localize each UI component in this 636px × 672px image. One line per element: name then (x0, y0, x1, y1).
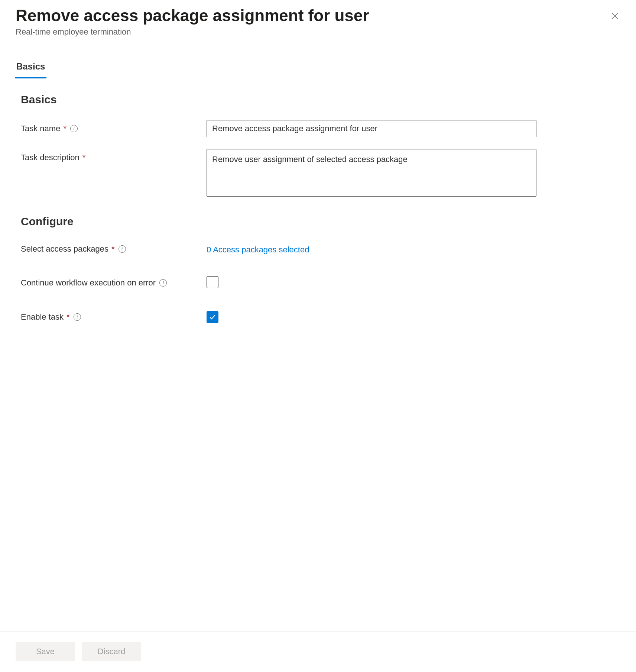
task-name-input[interactable] (207, 120, 536, 137)
footer: Save Discard (0, 631, 636, 672)
required-indicator: * (63, 124, 66, 133)
enable-task-label: Enable task (21, 312, 64, 322)
info-icon[interactable] (74, 313, 81, 321)
header: Remove access package assignment for use… (16, 6, 607, 37)
info-icon[interactable] (159, 279, 167, 287)
close-icon (611, 12, 619, 21)
discard-button[interactable]: Discard (82, 642, 141, 661)
task-description-input[interactable] (207, 149, 536, 197)
task-description-label-wrap: Task description * (21, 149, 207, 162)
required-indicator: * (82, 153, 86, 162)
continue-on-error-label-wrap: Continue workflow execution on error (21, 278, 207, 288)
task-name-label: Task name (21, 124, 60, 133)
page-title: Remove access package assignment for use… (16, 6, 607, 26)
section-heading-configure: Configure (21, 215, 620, 228)
select-packages-label: Select access packages (21, 244, 108, 254)
close-button[interactable] (607, 8, 623, 25)
select-packages-link[interactable]: 0 Access packages selected (207, 243, 309, 255)
required-indicator: * (66, 312, 70, 322)
task-description-label: Task description (21, 153, 80, 162)
info-icon[interactable] (119, 245, 126, 253)
enable-task-checkbox[interactable] (207, 311, 218, 323)
enable-task-label-wrap: Enable task * (21, 312, 207, 322)
tabs: Basics (15, 58, 620, 78)
continue-on-error-checkbox[interactable] (207, 276, 218, 288)
continue-on-error-label: Continue workflow execution on error (21, 278, 156, 288)
required-indicator: * (111, 244, 115, 254)
info-icon[interactable] (70, 125, 78, 132)
task-name-label-wrap: Task name * (21, 120, 207, 133)
section-heading-basics: Basics (21, 93, 620, 106)
save-button[interactable]: Save (16, 642, 75, 661)
select-packages-label-wrap: Select access packages * (21, 244, 207, 254)
page-subtitle: Real-time employee termination (16, 27, 607, 37)
tab-basics[interactable]: Basics (15, 58, 46, 78)
